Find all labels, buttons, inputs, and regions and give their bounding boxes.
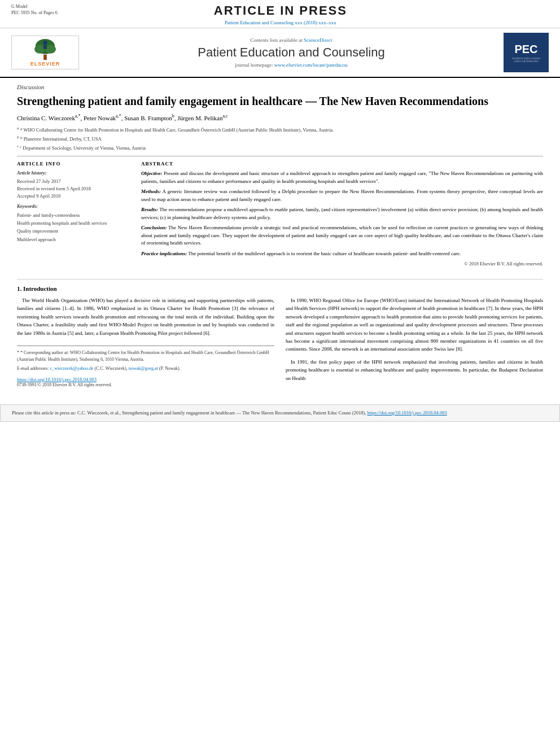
divider	[17, 156, 543, 156]
affiliation-c: c ᶜ Department of Sociology, University …	[17, 144, 543, 152]
journal-title: Patient Education and Counseling	[85, 45, 498, 60]
top-bar: G Model PEC 5935 No. of Pages 6 ARTICLE …	[0, 0, 560, 28]
citation-bar: Please cite this article in press as: C.…	[0, 404, 560, 422]
sciencedirect-link[interactable]: ScienceDirect	[304, 37, 332, 43]
abstract-conclusion: Conclusion: The New Haven Recommendation…	[141, 224, 543, 247]
keywords-list: Patient- and family-centeredness Health …	[17, 211, 130, 244]
abstract-methods: Methods: A generic literature review was…	[141, 188, 543, 203]
discussion-label: Discussion	[17, 84, 543, 90]
svg-point-3	[45, 45, 56, 53]
intro-columns: The World Health Organization (WHO) has …	[17, 296, 543, 387]
journal-subtitle: Patient Education and Counseling xxx (20…	[58, 20, 504, 25]
footnote-area: * * Corresponding author at: WHO Collabo…	[17, 346, 274, 372]
article-in-press-title: ARTICLE IN PRESS	[58, 3, 504, 18]
journal-homepage-link[interactable]: www.elsevier.com/locate/pateducou	[274, 62, 348, 68]
footnote-star-note: * * Corresponding author at: WHO Collabo…	[17, 350, 274, 363]
elsevier-tree-icon	[28, 38, 62, 61]
svg-rect-0	[43, 55, 47, 60]
article-history: Received 27 July 2017 Received in revise…	[17, 178, 130, 199]
doi-link[interactable]: https://doi.org/10.1016/j.pec.2018.04.00…	[17, 377, 97, 382]
elsevier-brand-text: ELSEVIER	[30, 61, 60, 67]
keyword-1: Patient- and family-centeredness	[17, 211, 130, 219]
footnote-emails: E-mail addresses: c_wieczorek@yahoo.de (…	[17, 365, 274, 372]
abstract-practice: Practice implications: The potential ben…	[141, 250, 543, 258]
pec-letters: PEC	[514, 43, 537, 56]
elsevier-logo: ELSEVIER	[11, 36, 79, 69]
keyword-3: Quality improvement	[17, 227, 130, 235]
intro-text-right: In 1990, WHO Regional Office for Europe …	[286, 296, 543, 382]
citation-doi-link[interactable]: https://doi.org/10.1016/j.pec.2018.04.00…	[368, 410, 447, 416]
issn-line: 0738-3991/© 2018 Elsevier B.V. All right…	[17, 382, 274, 387]
keyword-2: Health promoting hospitals and health se…	[17, 219, 130, 227]
keywords-label: Keywords:	[17, 203, 130, 209]
article-body: Discussion Strengthening patient and fam…	[0, 78, 560, 393]
intro-para2: In 1990, WHO Regional Office for Europe …	[286, 296, 543, 353]
intro-title: 1. Introduction	[17, 285, 543, 292]
author-name: Christina C. Wieczoreka,*, Peter Nowaka,…	[17, 115, 228, 121]
intro-right-column: In 1990, WHO Regional Office for Europe …	[286, 296, 543, 387]
email1-link[interactable]: c_wieczorek@yahoo.de	[50, 366, 94, 371]
email2-link[interactable]: nowak@goeg.at	[129, 366, 158, 371]
pec-logo-box: PEC PATIENT EDUCATIONAND COUNSELING	[504, 33, 549, 72]
abstract-heading: ABSTRACT	[141, 161, 543, 167]
article-in-press-banner: ARTICLE IN PRESS Patient Education and C…	[58, 3, 504, 25]
svg-rect-5	[43, 45, 47, 49]
article-info-column: ARTICLE INFO Article history: Received 2…	[17, 161, 130, 268]
abstract-column: ABSTRACT Objective: Present and discuss …	[141, 161, 543, 268]
journal-center: Contents lists available at ScienceDirec…	[85, 37, 498, 68]
introduction-section: 1. Introduction The World Health Organiz…	[17, 279, 543, 387]
contents-available: Contents lists available at ScienceDirec…	[85, 37, 498, 43]
g-model-info: G Model PEC 5935 No. of Pages 6	[11, 3, 58, 16]
journal-homepage: journal homepage: www.elsevier.com/locat…	[85, 62, 498, 68]
author-affiliations: a ᵃ WHO Collaborating Centre for Health …	[17, 126, 543, 151]
info-abstract-columns: ARTICLE INFO Article history: Received 2…	[17, 161, 543, 268]
affiliation-a: a ᵃ WHO Collaborating Centre for Health …	[17, 126, 543, 134]
intro-para3: In 1991, the first policy paper of the H…	[286, 358, 543, 382]
article-info-heading: ARTICLE INFO	[17, 161, 130, 167]
keyword-4: Multilevel approach	[17, 235, 130, 243]
abstract-results: Results: The recommendations propose a m…	[141, 206, 543, 221]
abstract-content: Objective: Present and discuss the devel…	[141, 170, 543, 268]
authors-line: Christina C. Wieczoreka,*, Peter Nowaka,…	[17, 113, 543, 123]
pec-subtitle: PATIENT EDUCATIONAND COUNSELING	[512, 57, 540, 63]
svg-point-4	[43, 41, 47, 45]
intro-para1: The World Health Organization (WHO) has …	[17, 296, 274, 337]
history-label: Article history:	[17, 170, 130, 176]
affiliation-b: b ᵇ Planetree International, Derby, CT, …	[17, 135, 543, 143]
journal-header: ELSEVIER Contents lists available at Sci…	[0, 28, 560, 78]
copyright: © 2018 Elsevier B.V. All rights reserved…	[141, 260, 543, 268]
page: G Model PEC 5935 No. of Pages 6 ARTICLE …	[0, 0, 560, 747]
article-title: Strengthening patient and family engagem…	[17, 94, 543, 108]
intro-text-left: The World Health Organization (WHO) has …	[17, 296, 274, 337]
doi-line: https://doi.org/10.1016/j.pec.2018.04.00…	[17, 377, 274, 382]
abstract-objective: Objective: Present and discuss the devel…	[141, 170, 543, 185]
intro-left-column: The World Health Organization (WHO) has …	[17, 296, 274, 387]
